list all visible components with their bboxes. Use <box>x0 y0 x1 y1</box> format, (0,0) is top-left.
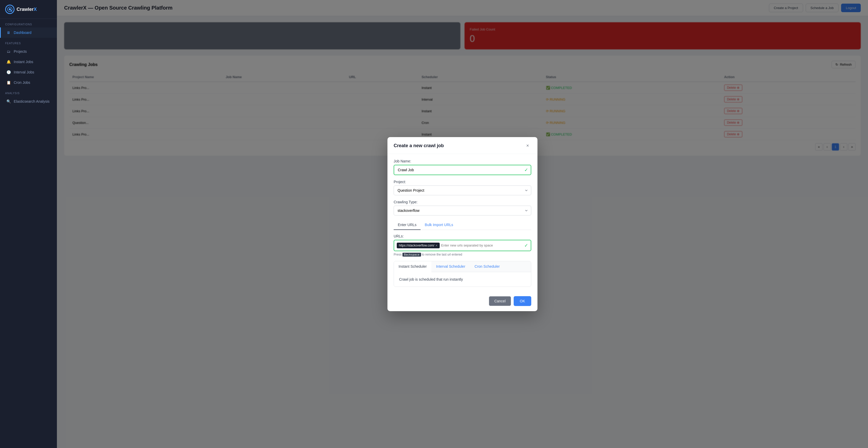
crawling-type-select[interactable]: stackoverflow reddit google <box>394 206 531 215</box>
sidebar-item-instant-jobs[interactable]: 🔔 Instant Jobs <box>0 57 57 67</box>
url-tag: https://stackoverflow.com/ × <box>397 243 440 248</box>
sidebar-item-cron-jobs[interactable]: 📋 Cron Jobs <box>0 77 57 88</box>
urls-group: URLs: https://stackoverflow.com/ × ✓ Pre… <box>394 234 531 256</box>
sidebar-item-label: Projects <box>14 50 27 54</box>
modal-body: Job Name: ✓ Project: Question Project Li… <box>388 154 537 292</box>
backspace-key: Backspace <box>402 253 421 257</box>
logo: CrawlerX <box>0 0 57 19</box>
cancel-button[interactable]: Cancel <box>489 296 511 306</box>
scheduler-tabs: Instant Scheduler Interval Scheduler Cro… <box>394 261 531 272</box>
url-tag-remove[interactable]: × <box>435 243 437 247</box>
sidebar-item-label: Dashboard <box>14 31 32 35</box>
url-tab-row: Enter URLs Bulk Import URLs <box>394 220 531 230</box>
modal-header: Create a new crawl job × <box>388 137 537 154</box>
scheduler-description: Crawl job is scheduled that run instantl… <box>399 277 463 281</box>
sidebar-item-projects[interactable]: 🗂 Projects <box>0 46 57 57</box>
modal-close-button[interactable]: × <box>524 142 531 150</box>
modal-title: Create a new crawl job <box>394 143 444 148</box>
tab-interval-scheduler[interactable]: Interval Scheduler <box>431 261 470 272</box>
clock-icon: 🕐 <box>6 69 11 75</box>
modal-footer: Cancel OK <box>388 292 537 311</box>
logo-text: CrawlerX <box>17 7 37 12</box>
crawling-type-label: Crawling Type: <box>394 200 531 204</box>
svg-point-1 <box>9 8 11 10</box>
project-select[interactable]: Question Project Links Project <box>394 185 531 195</box>
main-content: CrawlerX — Open Source Crawling Platform… <box>57 0 868 448</box>
tab-cron-scheduler[interactable]: Cron Scheduler <box>470 261 504 272</box>
sidebar-item-label: Instant Jobs <box>14 60 33 64</box>
create-crawl-job-modal: Create a new crawl job × Job Name: ✓ Pro… <box>388 137 537 311</box>
ok-button[interactable]: OK <box>514 296 531 306</box>
job-name-group: Job Name: ✓ <box>394 159 531 175</box>
check-icon: ✓ <box>524 167 528 173</box>
job-name-label: Job Name: <box>394 159 531 163</box>
url-input-field[interactable] <box>441 243 523 247</box>
url-check-icon: ✓ <box>524 243 528 248</box>
search-icon: 🔍 <box>6 99 11 104</box>
url-tag-text: https://stackoverflow.com/ <box>399 244 434 247</box>
url-input-area[interactable]: https://stackoverflow.com/ × ✓ <box>394 240 531 251</box>
job-name-input[interactable] <box>394 165 531 175</box>
sidebar-item-elasticsearch[interactable]: 🔍 Elasticsearch Analysis <box>0 96 57 107</box>
url-hint: Press Backspace to remove the last url e… <box>394 253 531 256</box>
projects-icon: 🗂 <box>6 49 11 54</box>
tab-bulk-import-urls[interactable]: Bulk Import URLs <box>421 220 457 230</box>
sidebar-section-analysis: ANALYSIS <box>0 88 57 96</box>
project-group: Project: Question Project Links Project <box>394 180 531 195</box>
scheduler-body: Crawl job is scheduled that run instantl… <box>394 272 531 287</box>
scheduler-section: Instant Scheduler Interval Scheduler Cro… <box>394 261 531 287</box>
crawling-type-group: Crawling Type: stackoverflow reddit goog… <box>394 200 531 215</box>
bell-icon: 🔔 <box>6 59 11 64</box>
sidebar-item-interval-jobs[interactable]: 🕐 Interval Jobs <box>0 67 57 77</box>
monitor-icon: 🖥 <box>6 30 11 35</box>
calendar-icon: 📋 <box>6 80 11 85</box>
sidebar-section-configurations: CONFIGURATIONS <box>0 19 57 27</box>
sidebar: CrawlerX CONFIGURATIONS 🖥 Dashboard FEAT… <box>0 0 57 448</box>
tab-enter-urls[interactable]: Enter URLs <box>394 220 421 230</box>
project-label: Project: <box>394 180 531 184</box>
logo-icon <box>5 5 14 14</box>
sidebar-item-dashboard[interactable]: 🖥 Dashboard <box>0 27 57 38</box>
tab-instant-scheduler[interactable]: Instant Scheduler <box>394 261 431 272</box>
sidebar-section-features: FEATURES <box>0 38 57 46</box>
sidebar-item-label: Cron Jobs <box>14 81 30 85</box>
sidebar-item-label: Elasticsearch Analysis <box>14 99 50 103</box>
urls-label: URLs: <box>394 234 531 238</box>
job-name-input-wrapper: ✓ <box>394 165 531 175</box>
modal-overlay: Create a new crawl job × Job Name: ✓ Pro… <box>57 0 868 448</box>
sidebar-item-label: Interval Jobs <box>14 70 34 74</box>
